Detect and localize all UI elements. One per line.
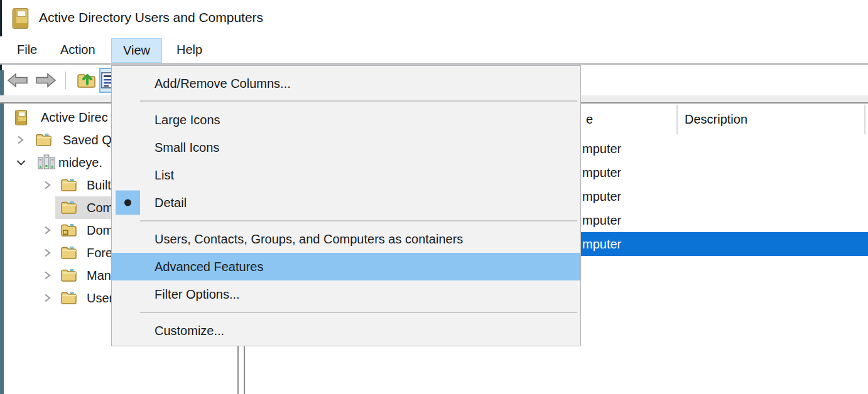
book-icon	[14, 109, 28, 129]
tree-item-label: Built	[87, 174, 111, 196]
menu-item-label: Large Icons	[155, 113, 220, 127]
forward-icon[interactable]	[35, 72, 57, 91]
chevron-right-icon[interactable]	[43, 248, 52, 260]
view-menu-item-list[interactable]: List	[112, 161, 580, 189]
chevron-right-icon[interactable]	[43, 225, 52, 238]
view-menu-item-large-icons[interactable]: Large Icons	[112, 106, 580, 134]
cell-type: mputer	[582, 161, 621, 184]
menu-separator	[112, 96, 580, 106]
menu-item-label: Filter Options...	[155, 287, 240, 302]
cell-type: mputer	[582, 208, 621, 232]
tree-item-active-direc[interactable]: Active Direc	[5, 106, 113, 129]
tree-item-built[interactable]: Built	[5, 174, 113, 196]
tree-item-label: Com	[87, 196, 113, 219]
cell-type: mputer	[582, 184, 621, 208]
tree-item-label: User	[87, 287, 113, 309]
pane-splitter-line-right[interactable]	[244, 346, 245, 394]
menu-item-label: Users, Contacts, Groups, and Computers a…	[155, 232, 463, 247]
menubar-item-view[interactable]: View	[111, 38, 162, 63]
view-menu-item-filter-options[interactable]: Filter Options...	[112, 280, 580, 308]
column-divider[interactable]	[676, 105, 678, 134]
view-menu-item-add-remove-columns[interactable]: Add/Remove Columns...	[112, 71, 580, 96]
folder-icon	[60, 177, 77, 195]
chevron-right-icon[interactable]	[43, 270, 52, 283]
folder-icon	[60, 200, 77, 218]
view-menu-popup: Add/Remove Columns...Large IconsSmall Ic…	[111, 65, 581, 346]
folder-icon	[60, 290, 77, 308]
app-icon	[11, 8, 30, 33]
view-menu-item-users-contacts-groups-and-computers-as-con[interactable]: Users, Contacts, Groups, and Computers a…	[112, 225, 580, 253]
toolbar-separator	[65, 72, 66, 89]
menu-item-label: List	[155, 168, 174, 183]
view-menu-item-customize[interactable]: Customize...	[112, 317, 580, 344]
back-icon[interactable]	[7, 72, 28, 91]
tree-item-label: Fore	[87, 242, 112, 264]
folder-icon	[60, 267, 77, 285]
tree-item-saved-q[interactable]: Saved Q	[5, 129, 113, 151]
tree-item-user[interactable]: User	[5, 287, 113, 309]
column-divider-end[interactable]	[864, 105, 865, 134]
window-border-left	[0, 70, 4, 394]
tree-item-com[interactable]: Com	[5, 196, 113, 219]
folder-icon	[60, 245, 77, 263]
folder-icon	[35, 132, 52, 150]
menu-item-label: Advanced Features	[155, 260, 263, 274]
menubar-item-action[interactable]: Action	[58, 36, 98, 63]
folder-dc-icon	[60, 222, 77, 240]
menu-item-label: Add/Remove Columns...	[155, 77, 291, 91]
chevron-right-icon[interactable]	[43, 180, 52, 193]
menu-separator	[112, 216, 580, 225]
up-one-level-icon[interactable]	[75, 69, 97, 93]
view-menu-item-advanced-features[interactable]: Advanced Features	[112, 253, 580, 280]
tree-item-label: Active Direc	[41, 106, 108, 129]
view-menu-item-detail[interactable]: Detail	[112, 189, 580, 216]
chevron-down-icon[interactable]	[16, 157, 26, 170]
cell-type: mputer	[582, 232, 621, 256]
column-header-description[interactable]: Description	[685, 105, 747, 134]
radio-checked-icon	[116, 191, 140, 215]
tree-item-label: Saved Q	[63, 129, 112, 151]
cell-type: mputer	[582, 137, 621, 161]
domain-icon	[38, 154, 55, 174]
menu-item-label: Small Icons	[155, 141, 219, 155]
menu-separator	[112, 308, 580, 317]
pane-splitter-line-left[interactable]	[237, 346, 239, 394]
chevron-right-icon[interactable]	[43, 293, 52, 306]
menu-bar: FileActionViewHelp	[0, 36, 868, 65]
tree-item-label: Man	[87, 264, 111, 287]
chevron-right-icon[interactable]	[16, 135, 24, 147]
aduc-window: Active Directory Users and Computers Fil…	[0, 0, 868, 394]
tree-item-mideye[interactable]: mideye.	[5, 151, 113, 174]
tree-item-label: Dom	[87, 219, 113, 242]
menubar-item-file[interactable]: File	[14, 36, 40, 63]
menu-item-label: Detail	[155, 196, 187, 210]
tree-item-fore[interactable]: Fore	[5, 242, 113, 264]
tree-item-dom[interactable]: Dom	[5, 219, 113, 242]
menubar-item-help[interactable]: Help	[174, 36, 205, 63]
menu-item-label: Customize...	[155, 324, 224, 338]
column-header-type[interactable]: e	[586, 105, 593, 134]
window-title: Active Directory Users and Computers	[39, 10, 263, 25]
tree-item-man[interactable]: Man	[5, 264, 113, 287]
tree-item-label: mideye.	[58, 151, 102, 174]
view-menu-item-small-icons[interactable]: Small Icons	[112, 134, 580, 161]
